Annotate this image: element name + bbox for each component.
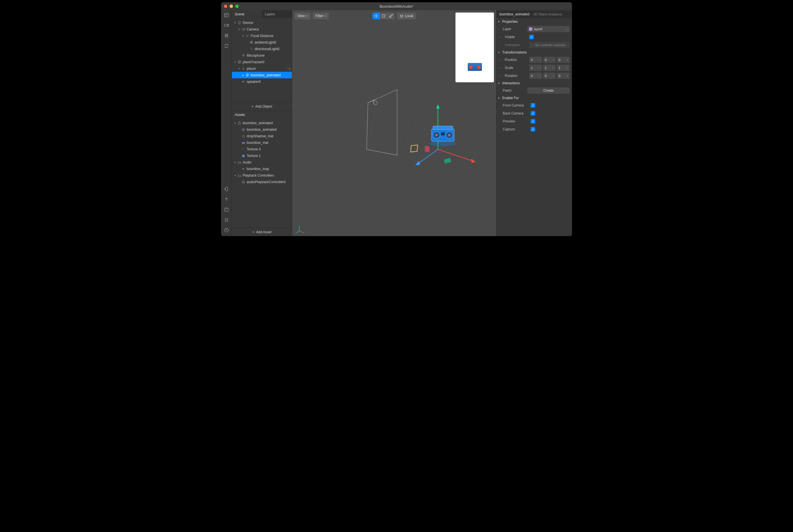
layer-select[interactable]: layer0 ⌄ — [527, 26, 570, 32]
rotation-y-input[interactable]: 0Y — [543, 73, 556, 79]
caret-icon[interactable]: ▾ — [233, 61, 237, 63]
create-patch-button[interactable]: Create — [527, 88, 570, 94]
tree-row[interactable]: ▾boombox_animated — [232, 120, 292, 127]
tree-row[interactable]: ▾Focal Distance — [232, 33, 292, 39]
caret-icon[interactable]: ▾ — [238, 28, 240, 31]
placer-icon — [241, 66, 246, 71]
tree-row[interactable]: ▾placer→| — [232, 65, 292, 72]
link-icon[interactable]: → — [499, 66, 502, 70]
tree-row[interactable]: ambientLight0 — [232, 39, 292, 45]
video-icon[interactable] — [224, 23, 229, 28]
tree-row[interactable]: ▾Camera — [232, 26, 292, 33]
tree-row[interactable]: ▾planeTracker0 — [232, 59, 292, 65]
layout-icon[interactable] — [224, 13, 229, 18]
caret-icon[interactable]: ▾ — [233, 174, 237, 177]
enable-checkbox[interactable]: ✓ — [531, 119, 535, 124]
add-object-label: Add Object — [255, 104, 272, 109]
add-asset-button[interactable]: + Add Asset — [232, 228, 292, 236]
section-properties[interactable]: ▾Properties — [496, 18, 572, 25]
prop-visible: → Visible ✓ — [496, 33, 572, 41]
filter-dropdown[interactable]: Filter▾ — [313, 13, 329, 19]
scale-z-input[interactable]: 1Z — [557, 65, 570, 71]
svg-line-60 — [296, 231, 299, 233]
object-name: boombox_animated — [499, 12, 529, 16]
scale-tool-icon[interactable] — [388, 13, 395, 19]
tab-layers[interactable]: Layers — [262, 10, 292, 18]
svg-point-19 — [243, 68, 244, 68]
cube-icon — [241, 127, 246, 132]
caret-icon[interactable]: ▾ — [242, 35, 244, 37]
tree-row[interactable]: speaker0 — [232, 78, 292, 85]
tree-row[interactable]: ▸boombox_animated — [232, 72, 292, 78]
rotate-tool-icon[interactable] — [380, 13, 388, 19]
position-x-input[interactable]: 0X — [529, 57, 542, 63]
tree-row[interactable]: ▾Audio — [232, 159, 292, 166]
tab-scene[interactable]: Scene — [232, 10, 262, 18]
caret-icon[interactable]: ▾ — [238, 67, 240, 70]
send-to-device-icon[interactable] — [224, 187, 229, 192]
animation-select[interactable]: ⌄ No controller selected — [529, 42, 570, 48]
maximize-icon[interactable] — [235, 4, 239, 8]
link-icon[interactable]: → — [499, 74, 502, 77]
tree-row[interactable]: boombox_loop — [232, 166, 292, 172]
viewport[interactable]: View▾ Filter▾ Local — [292, 10, 496, 236]
refresh-icon[interactable] — [224, 43, 229, 49]
section-transformations[interactable]: ▾Transformations — [496, 49, 572, 56]
close-icon[interactable] — [224, 4, 227, 8]
caret-icon[interactable]: ▾ — [233, 121, 237, 125]
svg-line-32 — [292, 123, 496, 129]
tex2-icon — [241, 153, 246, 158]
tree-row[interactable]: audioPlaybackController0 — [232, 179, 292, 185]
rotation-x-input[interactable]: 0X — [529, 73, 542, 79]
link-icon[interactable]: → — [499, 43, 502, 47]
caret-icon[interactable]: ▾ — [233, 161, 237, 164]
caret-icon[interactable]: ▾ — [233, 21, 237, 24]
tree-row[interactable]: ▾Device — [232, 19, 292, 26]
device-icon — [237, 20, 242, 25]
position-y-input[interactable]: 0Y — [543, 57, 556, 63]
move-tool-icon[interactable] — [373, 13, 380, 19]
tree-row[interactable]: dropShadow_mat — [232, 133, 292, 139]
library-icon[interactable] — [224, 207, 229, 212]
app-window: BoomboxWithAudio* Scene Layers ▾Device▾C… — [221, 2, 572, 236]
enable-checkbox[interactable]: ✓ — [531, 111, 535, 116]
window-title: BoomboxWithAudio* — [379, 4, 413, 8]
scale-x-input[interactable]: 1X — [529, 65, 542, 71]
rotation-z-input[interactable]: 0Z — [557, 73, 570, 79]
link-icon[interactable]: → — [499, 58, 502, 61]
minimize-icon[interactable] — [230, 4, 233, 8]
tree-row[interactable]: Texture 1 — [232, 153, 292, 159]
svg-point-55 — [448, 134, 450, 136]
tree-row[interactable]: Texture 0 — [232, 146, 292, 153]
svg-point-41 — [373, 101, 377, 105]
chevron-down-icon: ⌄ — [531, 43, 533, 46]
view-dropdown[interactable]: View▾ — [295, 13, 310, 19]
link-icon[interactable]: → — [499, 35, 502, 39]
tree-row[interactable]: Microphone — [232, 52, 292, 59]
titlebar: BoomboxWithAudio* — [221, 2, 572, 10]
tree-row[interactable]: boombox_mat — [232, 139, 292, 146]
enable-checkbox[interactable]: ✓ — [531, 103, 535, 108]
caret-icon[interactable]: ▸ — [242, 74, 244, 77]
help-icon[interactable] — [224, 228, 229, 233]
visible-checkbox[interactable]: ✓ — [529, 35, 534, 39]
position-z-input[interactable]: 0Z — [557, 57, 570, 63]
upload-icon[interactable] — [224, 197, 229, 202]
device-preview[interactable] — [455, 13, 494, 82]
scale-y-input[interactable]: 1Y — [543, 65, 556, 71]
bug-icon[interactable] — [224, 217, 229, 223]
section-interactions[interactable]: ▾Interactions — [496, 80, 572, 87]
enable-checkbox[interactable]: ✓ — [531, 127, 535, 132]
pause-icon[interactable] — [224, 33, 229, 38]
prop-position: → Position 0X 0Y 0Z — [496, 56, 572, 64]
add-object-button[interactable]: + Add Object — [232, 102, 292, 111]
tree-row[interactable]: boombox_animated — [232, 127, 292, 133]
ctrl-icon — [241, 180, 246, 184]
enable-label: Front Camera — [503, 103, 528, 107]
tree-row[interactable]: directionalLight0 — [232, 45, 292, 52]
tree-row[interactable]: ▾Playback Controllers — [232, 172, 292, 179]
object-type: - 3D Object (Instance) — [531, 13, 562, 16]
svg-rect-49 — [425, 146, 429, 152]
section-enable-for[interactable]: ▾Enable For — [496, 95, 572, 101]
coordinate-space-button[interactable]: Local — [397, 13, 416, 19]
